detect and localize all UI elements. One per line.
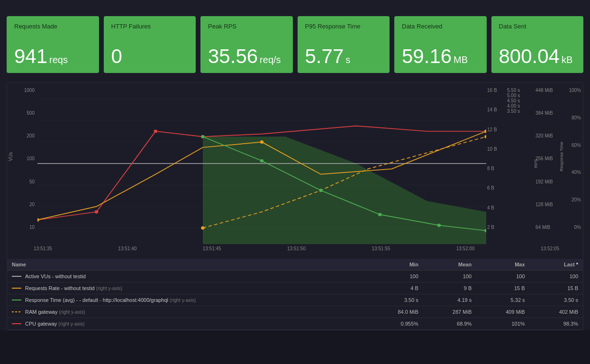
legend-row: Active VUs - without testid 100 100 100 … (7, 271, 583, 282)
response-time-axis-label: Response Time (559, 142, 564, 172)
metric-card-peak-rps: Peak RPS 35.56req/s (200, 16, 293, 73)
svg-point-11 (154, 130, 157, 133)
metric-label: HTTP Failures (111, 23, 189, 30)
svg-point-18 (484, 135, 486, 138)
legend-line (12, 276, 21, 277)
metric-value: 0 (111, 46, 189, 66)
y-axis-right1: 16 B 14 B 12 B 10 B 8 B 6 B 4 B 2 B (486, 83, 506, 244)
legend-max: 5.32 s (476, 294, 529, 306)
rps-label: RPS (534, 159, 538, 168)
metric-label: Data Sent (499, 23, 576, 30)
legend-min: 3.50 s (367, 294, 423, 306)
metric-label: Peak RPS (208, 23, 285, 30)
legend-min: 0.955% (367, 318, 423, 330)
metric-unit: reqs (49, 55, 68, 65)
legend-line (12, 288, 21, 289)
metric-unit: MB (454, 55, 468, 65)
svg-point-22 (378, 213, 381, 216)
svg-marker-7 (203, 136, 486, 244)
metric-card-requests-made: Requests Made 941reqs (7, 16, 99, 73)
chart-svg-area (37, 83, 486, 244)
legend-last: 15 B (530, 282, 583, 294)
svg-point-15 (260, 140, 263, 144)
legend-max: 15 B (476, 282, 529, 294)
y-axis-left: 1000500200100502010 (14, 83, 37, 244)
legend-table: Name Min Mean Max Last * Active VUs - wi… (7, 259, 583, 330)
y-axis-right2: 5.50 s 5.00 s 4.50 s 4.00 s 3.50 s (506, 83, 529, 128)
legend-line-dashed (12, 311, 21, 312)
svg-point-19 (201, 135, 204, 138)
col-max: Max (476, 259, 529, 271)
svg-point-21 (319, 189, 322, 192)
legend-max: 100 (476, 271, 529, 282)
svg-point-16 (484, 130, 486, 133)
chart-svg (37, 83, 486, 244)
legend-row: RAM gateway (right y-axis) 84.0 MiB 287 … (7, 306, 583, 318)
legend-row: Requests Rate - without testid (right y-… (7, 282, 583, 294)
x-axis-labels: 13:51:3513:51:4013:51:4513:51:5013:51:55… (7, 244, 583, 255)
svg-point-10 (95, 210, 98, 214)
legend-max: 409 MiB (476, 306, 529, 318)
y-axis-left-label: VUs (8, 152, 13, 161)
legend-last: 3.50 s (530, 294, 583, 306)
legend-row: CPU gateway (right y-axis) 0.955% 68.9% … (7, 318, 583, 330)
metric-value: 59.16MB (402, 46, 479, 66)
legend-line (12, 300, 21, 300)
header (0, 0, 590, 11)
chart-container: VUs 1000500200100502010 (7, 82, 583, 330)
col-min: Min (367, 259, 423, 271)
legend-mean: 4.19 s (423, 294, 476, 306)
legend-name: Response Time (avg) - - default - http:/… (7, 294, 367, 306)
metric-value: 35.56req/s (208, 46, 285, 66)
metrics-row: Requests Made 941reqs HTTP Failures 0 Pe… (0, 11, 590, 78)
metric-label: Data Received (402, 23, 479, 30)
x-axis-title (7, 255, 583, 258)
chart-area: VUs 1000500200100502010 (7, 83, 583, 244)
legend-max: 101% (476, 318, 529, 330)
metric-label: Requests Made (14, 23, 91, 30)
metric-value: 800.04kB (499, 46, 576, 66)
legend-name: Active VUs - without testid (7, 271, 367, 282)
legend-min: 84.0 MiB (367, 306, 423, 318)
metric-card-data-sent: Data Sent 800.04kB (491, 16, 584, 73)
metric-card-data-received: Data Received 59.16MB (394, 16, 487, 73)
app-container: Requests Made 941reqs HTTP Failures 0 Pe… (0, 0, 590, 330)
metric-unit: s (345, 55, 350, 65)
chart-section: VUs 1000500200100502010 (0, 78, 590, 330)
legend-row: Response Time (avg) - - default - http:/… (7, 294, 583, 306)
svg-point-17 (201, 227, 204, 230)
legend-name: CPU gateway (right y-axis) (7, 318, 367, 330)
y-axis-right4: 100% 80% 60% 40% 20% 0% (566, 83, 583, 244)
legend-min: 4 B (367, 282, 423, 294)
legend-line (12, 323, 21, 324)
metric-card-http-failures: HTTP Failures 0 (104, 16, 196, 73)
svg-point-20 (260, 159, 263, 163)
metric-value: 5.77s (305, 46, 382, 66)
metric-card-p95-response-time: P95 Response Time 5.77s (298, 16, 390, 73)
legend-min: 100 (367, 271, 423, 282)
legend-name: RAM gateway (right y-axis) (7, 306, 367, 318)
legend-last: 100 (530, 271, 583, 282)
svg-point-23 (437, 224, 441, 227)
legend-last: 402 MiB (530, 306, 583, 318)
col-last: Last * (530, 259, 583, 271)
legend-mean: 287 MiB (423, 306, 476, 318)
metric-unit: req/s (260, 55, 281, 65)
col-mean: Mean (423, 259, 476, 271)
legend-last: 98.3% (530, 318, 583, 330)
col-name: Name (7, 259, 367, 271)
metric-value: 941reqs (14, 46, 91, 66)
metric-unit: kB (562, 55, 572, 65)
legend-mean: 68.9% (423, 318, 476, 330)
legend-mean: 9 B (423, 282, 476, 294)
metric-label: P95 Response Time (305, 23, 382, 30)
legend-mean: 100 (423, 271, 476, 282)
legend-name: Requests Rate - without testid (right y-… (7, 282, 367, 294)
svg-point-14 (37, 218, 39, 222)
